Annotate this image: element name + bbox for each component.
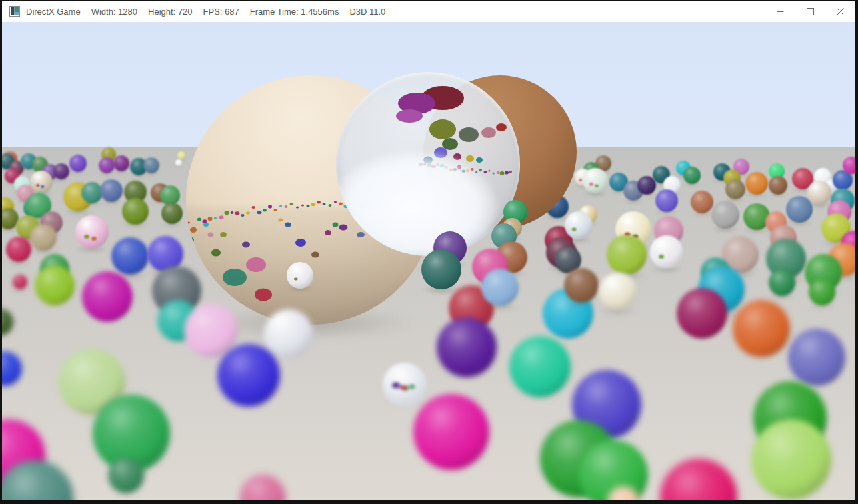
refracted-sphere (429, 119, 456, 139)
diffuse-sphere (691, 191, 713, 213)
window-title: DirectX Game (26, 7, 81, 17)
metal-reflections (583, 168, 608, 193)
refracted-speckle (489, 170, 491, 172)
metal-sphere (175, 159, 182, 166)
metal-sphere (565, 211, 593, 239)
refracted-speckle (493, 172, 495, 174)
diffuse-sphere (725, 179, 745, 199)
diffuse-sphere (30, 224, 57, 251)
refracted-sphere (466, 155, 474, 162)
reflection-spot (572, 227, 577, 231)
diffuse-sphere (53, 163, 69, 179)
close-icon (837, 8, 844, 15)
refracted-sphere (496, 123, 507, 131)
titlebar-stat: Frame Time: 1.4556ms (250, 7, 339, 17)
reflection-spot (41, 185, 44, 188)
glass-refractions (383, 363, 427, 407)
maximize-icon (807, 8, 814, 15)
metal-sphere (264, 309, 313, 359)
metal-reflections (650, 235, 683, 269)
diffuse-sphere (509, 336, 571, 397)
diffuse-sphere (161, 203, 183, 224)
titlebar[interactable]: DirectX GameWidth: 1280Height: 720FPS: 6… (2, 1, 855, 22)
diffuse-sphere (481, 269, 519, 306)
refracted-sphere (476, 157, 483, 163)
refracted-speckle (505, 171, 509, 175)
diffuse-sphere (100, 179, 123, 202)
metal-sphere (583, 168, 608, 193)
minimize-button[interactable] (765, 1, 795, 22)
diffuse-sphere (13, 275, 27, 289)
diffuse-sphere (217, 344, 280, 407)
reflection-spot (91, 237, 97, 241)
reflection-spot (293, 277, 297, 281)
metal-reflections (599, 273, 637, 310)
titlebar-stats: DirectX GameWidth: 1280Height: 720FPS: 6… (26, 7, 385, 17)
game-viewport[interactable] (2, 22, 855, 500)
diffuse-sphere (769, 269, 795, 296)
titlebar-stat: Height: 720 (148, 7, 193, 17)
reflection-spot (595, 184, 599, 187)
diffuse-sphere (677, 288, 727, 339)
diffuse-sphere (184, 304, 237, 357)
metal-reflections (75, 215, 109, 249)
titlebar-stat: Width: 1280 (91, 7, 137, 17)
close-button[interactable] (825, 1, 855, 22)
refracted-speckle (479, 169, 482, 172)
diffuse-sphere (113, 155, 129, 171)
refraction-spot (409, 385, 415, 389)
metal-reflections (264, 309, 313, 359)
refracted-sphere (481, 127, 496, 138)
refracted-speckle (509, 171, 512, 173)
diffuse-sphere (437, 317, 497, 377)
metal-reflections (175, 159, 182, 166)
diffuse-sphere (683, 167, 701, 184)
diffuse-sphere (35, 265, 75, 305)
refracted-sphere (396, 109, 423, 123)
titlebar-stat: D3D 11.0 (349, 7, 385, 17)
metal-reflections (287, 262, 313, 289)
titlebar-stat: FPS: 687 (203, 7, 239, 17)
small-glass-sphere (383, 363, 427, 407)
metal-sphere (650, 235, 683, 269)
diffuse-sphere (111, 237, 149, 275)
refracted-speckle (483, 170, 487, 173)
window-controls (765, 1, 855, 22)
diffuse-sphere (607, 235, 647, 275)
diffuse-sphere (564, 268, 599, 303)
diffuse-sphere (751, 419, 831, 499)
metal-sphere (807, 181, 831, 205)
refracted-sphere (459, 127, 479, 142)
metal-sphere (599, 273, 637, 310)
reflection-spot (36, 184, 39, 187)
reflection-spot (84, 235, 89, 239)
diffuse-sphere (843, 157, 855, 174)
refracted-speckle (497, 171, 500, 174)
app-window: DirectX GameWidth: 1280Height: 720FPS: 6… (0, 0, 858, 504)
reflection-spot (659, 255, 664, 259)
refraction-spot (400, 385, 405, 389)
diffuse-sphere (733, 300, 790, 357)
diffuse-sphere (82, 271, 133, 322)
diffuse-sphere (745, 172, 768, 195)
refracted-speckle (500, 171, 505, 175)
reflection-spot (589, 183, 593, 186)
metal-reflections (565, 211, 593, 239)
diffuse-sphere (69, 155, 87, 172)
metal-reflections (807, 181, 831, 205)
reflection-spot (579, 179, 582, 181)
glass-sphere (336, 72, 520, 256)
diffuse-sphere (108, 457, 144, 493)
refraction-spot (392, 383, 400, 389)
diffuse-sphere (769, 176, 787, 195)
diffuse-sphere (99, 157, 115, 173)
minimize-icon (777, 8, 784, 15)
diffuse-sphere (809, 279, 835, 305)
diffuse-sphere (711, 201, 739, 229)
diffuse-sphere (177, 151, 185, 159)
diffuse-sphere (421, 249, 461, 289)
maximize-button[interactable] (795, 1, 825, 22)
diffuse-sphere (788, 329, 845, 386)
diffuse-sphere (143, 157, 159, 173)
metal-sphere (287, 262, 313, 289)
